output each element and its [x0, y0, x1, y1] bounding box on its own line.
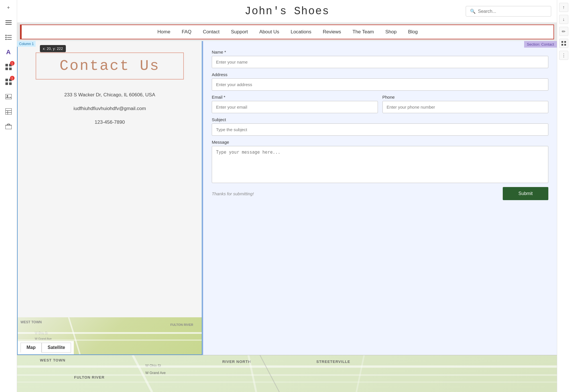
svg-rect-36: [561, 44, 563, 46]
search-bar[interactable]: 🔍: [466, 6, 551, 17]
nav-about[interactable]: About Us: [259, 29, 279, 35]
sidebar-image-icon[interactable]: [4, 92, 13, 101]
svg-rect-1: [5, 22, 12, 23]
contact-address: 233 S Wacker Dr, Chicago, IL 60606, USA: [64, 92, 155, 98]
form-input-phone[interactable]: [382, 101, 549, 113]
contact-us-box: Contact Us: [36, 52, 184, 80]
header: John's Shoes 🔍: [17, 0, 557, 23]
svg-rect-0: [5, 20, 12, 21]
content-area: Column 1 Section: Contact x: 20, y: 222 …: [17, 41, 557, 392]
form-label-message: Message: [212, 140, 548, 145]
site-title: John's Shoes: [245, 5, 329, 17]
right-sidebar: ↑ ↓ ✏ ⋮: [557, 0, 570, 392]
form-group-subject: Subject: [212, 117, 548, 136]
svg-line-33: [260, 355, 279, 392]
form-label-phone: Phone: [382, 95, 549, 99]
svg-rect-15: [5, 82, 8, 85]
sidebar-menu-icon[interactable]: [4, 18, 13, 27]
svg-point-18: [7, 95, 8, 97]
svg-rect-37: [564, 44, 566, 46]
column-label: Column 1: [17, 41, 36, 47]
nav-links: Home FAQ Contact Support About Us Locati…: [22, 26, 553, 38]
svg-rect-13: [5, 79, 8, 81]
sidebar-apps-icon[interactable]: 1: [4, 62, 13, 72]
svg-rect-12: [9, 68, 12, 70]
map-tab-map[interactable]: Map: [21, 343, 42, 353]
form-group-message: Message: [212, 140, 548, 183]
form-input-email[interactable]: [212, 101, 378, 113]
search-input[interactable]: [478, 9, 547, 14]
nav-home[interactable]: Home: [157, 29, 170, 35]
form-label-subject: Subject: [212, 117, 548, 122]
contact-email: iudfhiuhdfiuvhuiohdfv@gmail.com: [74, 106, 146, 111]
nav-contact[interactable]: Contact: [203, 29, 220, 35]
svg-rect-19: [5, 108, 12, 115]
left-column: Contact Us 233 S Wacker Dr, Chicago, IL …: [17, 41, 202, 355]
svg-rect-34: [561, 41, 563, 43]
contact-us-title: Contact Us: [48, 58, 172, 74]
sidebar-list-icon[interactable]: [4, 33, 13, 42]
contact-phone: 123-456-7890: [95, 119, 125, 125]
svg-rect-23: [5, 125, 12, 129]
svg-rect-11: [5, 68, 8, 70]
coord-tooltip: x: 20, y: 222: [40, 45, 66, 52]
sidebar-briefcase-icon[interactable]: [4, 121, 13, 131]
svg-rect-17: [5, 94, 12, 99]
sidebar-font-icon[interactable]: A: [4, 47, 13, 57]
nav-faq[interactable]: FAQ: [182, 29, 192, 35]
form-input-address[interactable]: [212, 78, 548, 91]
navbar: Home FAQ Contact Support About Us Locati…: [20, 25, 554, 39]
svg-line-32: [357, 355, 364, 392]
svg-rect-16: [9, 82, 12, 85]
nav-reviews[interactable]: Reviews: [323, 29, 341, 35]
form-input-name[interactable]: [212, 56, 548, 68]
right-sidebar-pen-icon[interactable]: ✏: [559, 27, 568, 36]
svg-rect-5: [5, 37, 7, 38]
form-label-name: Name *: [212, 50, 548, 54]
svg-rect-9: [5, 64, 8, 66]
map-tab-satellite[interactable]: Satellite: [42, 343, 71, 353]
right-sidebar-grid-icon[interactable]: [559, 39, 568, 48]
form-group-name: Name *: [212, 50, 548, 68]
thanks-text: Thanks for submitting!: [212, 191, 254, 196]
sidebar-widgets-icon[interactable]: 1: [4, 77, 13, 87]
right-sidebar-dots-icon[interactable]: ⋮: [559, 51, 568, 60]
form-group-address: Address: [212, 72, 548, 91]
nav-locations[interactable]: Locations: [291, 29, 312, 35]
search-icon: 🔍: [470, 9, 476, 14]
section-label: Section: Contact: [524, 41, 557, 48]
svg-line-31: [249, 355, 256, 392]
form-row-email-phone: Email * Phone: [212, 95, 548, 113]
svg-rect-7: [5, 39, 7, 40]
svg-line-30: [133, 355, 152, 392]
nav-support[interactable]: Support: [231, 29, 248, 35]
right-column-form: Name * Address Email * Phone: [202, 41, 557, 355]
nav-blog[interactable]: Blog: [408, 29, 418, 35]
form-group-email: Email *: [212, 95, 378, 113]
submit-button[interactable]: Submit: [503, 187, 548, 200]
svg-rect-4: [7, 35, 12, 36]
nav-team[interactable]: The Team: [353, 29, 374, 35]
form-label-email: Email *: [212, 95, 378, 99]
sidebar-plus-icon[interactable]: +: [4, 3, 13, 13]
form-input-subject[interactable]: [212, 123, 548, 136]
form-textarea-message[interactable]: [212, 146, 548, 183]
main-content: John's Shoes 🔍 Home FAQ Contact Support …: [17, 0, 557, 392]
right-sidebar-arrow-down[interactable]: ↓: [559, 15, 568, 24]
right-sidebar-arrow-up[interactable]: ↑: [559, 3, 568, 12]
nav-shop[interactable]: Shop: [385, 29, 397, 35]
badge-widgets: 1: [10, 76, 15, 80]
svg-rect-6: [7, 37, 12, 38]
svg-rect-8: [7, 39, 12, 40]
svg-rect-3: [5, 35, 7, 36]
sidebar-table-icon[interactable]: [4, 107, 13, 116]
two-col-layout: Contact Us 233 S Wacker Dr, Chicago, IL …: [17, 41, 557, 355]
form-group-phone: Phone: [382, 95, 549, 113]
badge-apps: 1: [10, 61, 15, 66]
svg-rect-35: [564, 41, 566, 43]
left-sidebar: + A 1 1: [0, 0, 17, 392]
svg-rect-2: [5, 24, 12, 25]
form-label-address: Address: [212, 72, 548, 77]
